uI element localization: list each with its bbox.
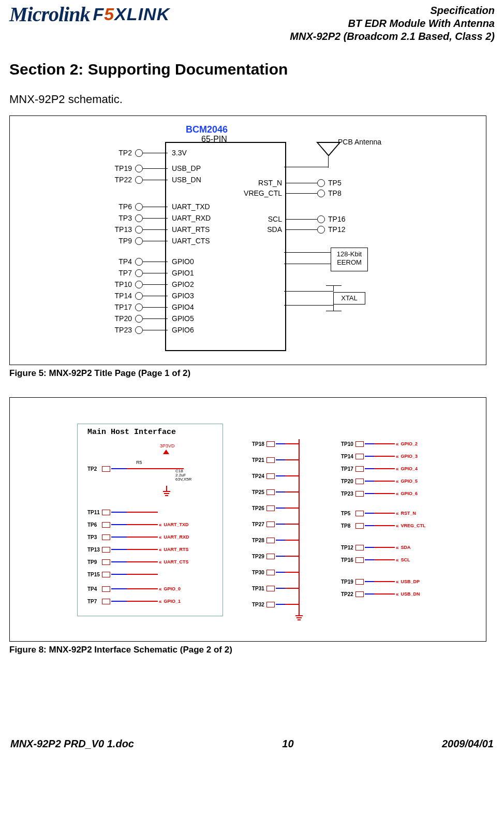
pin-name: UART_TXD xyxy=(172,202,210,211)
arrow-icon: « xyxy=(396,579,399,585)
tp-label: TP9 xyxy=(87,559,102,565)
pad-icon xyxy=(355,557,364,563)
logo-foxlink-f: F xyxy=(93,4,104,24)
tp-label: TP21 xyxy=(252,457,266,463)
bluewire xyxy=(365,456,374,457)
pin-name: UART_CTS xyxy=(172,237,210,245)
tp-label: TP3 xyxy=(87,534,102,540)
signal-label: UART_CTS xyxy=(164,559,189,564)
signal-label: RST_N xyxy=(401,511,417,516)
pad-icon xyxy=(102,572,110,577)
pin-wire xyxy=(143,207,168,207)
left-pin-row: TP10 GPIO2 xyxy=(108,280,194,289)
xtal-box: XTAL xyxy=(333,292,365,305)
left-pin-row: TP14 GPIO3 xyxy=(108,291,194,300)
tp-row: TP13 «UART_RTS xyxy=(87,545,189,554)
pad-icon xyxy=(355,545,364,550)
tp-row: TP32 xyxy=(252,600,300,609)
pad-icon xyxy=(266,602,275,607)
tp-row: TP17 « GPIO_4 xyxy=(341,464,418,473)
figure-2-box: Main Host Interface 3P3VD R5 C18 2.2uF 6… xyxy=(9,397,486,642)
bluewire xyxy=(111,549,127,550)
eerom-wire1 xyxy=(284,252,331,253)
arrow-icon: « xyxy=(396,491,399,497)
left-pin-row: TP17 GPIO4 xyxy=(108,302,194,312)
pin-wire xyxy=(143,273,168,273)
tp-circle-icon xyxy=(317,215,325,223)
pad-icon xyxy=(102,547,110,553)
pad-icon xyxy=(102,466,110,472)
tp-label: TP5 xyxy=(328,179,342,187)
tp-row: TP20 « GPIO_5 xyxy=(341,476,418,486)
arrow-icon: « xyxy=(396,523,399,529)
tp-row: TP6 «UART_TXD xyxy=(87,520,189,529)
bluewire xyxy=(365,481,374,482)
pad-icon xyxy=(102,586,110,592)
eerom-box: 128-Kbit EEROM xyxy=(331,248,368,271)
logo-foxlink-xlink: XLINK xyxy=(114,4,170,24)
pad-icon xyxy=(355,579,364,585)
bluewire xyxy=(276,556,285,557)
pin-name: UART_RXD xyxy=(172,214,211,222)
arrow-icon: « xyxy=(396,479,399,484)
signal-label: GPIO_0 xyxy=(164,586,181,591)
tp-row: TP15 xyxy=(87,570,158,579)
arrow-icon: « xyxy=(396,557,399,563)
tp-label: TP16 xyxy=(341,557,355,563)
redwire xyxy=(285,508,300,509)
tp-row: TP9 «UART_CTS xyxy=(87,557,189,567)
tp-label: TP12 xyxy=(341,545,355,550)
tp-label: TP23 xyxy=(108,326,132,334)
redwire xyxy=(285,459,300,460)
tp-row: TP7 «GPIO_1 xyxy=(87,597,181,606)
xtal-cap2 xyxy=(326,311,342,311)
redwire xyxy=(285,443,300,444)
antenna-icon xyxy=(316,142,341,156)
vlabel: 3P3VD xyxy=(160,443,175,448)
signal-label: GPIO_1 xyxy=(164,599,181,604)
tp-label: TP22 xyxy=(341,591,355,597)
pad-icon xyxy=(266,570,275,575)
tp-label: TP20 xyxy=(341,479,355,484)
hdr-line2: BT EDR Module With Antenna xyxy=(290,17,495,30)
arrow-icon: « xyxy=(159,547,162,553)
redwire xyxy=(374,581,395,582)
tp-circle-icon xyxy=(135,176,143,184)
tp-row: TP31 xyxy=(252,584,300,593)
tp-circle-icon xyxy=(135,315,143,323)
arrow-icon: « xyxy=(396,545,399,550)
pin-wire xyxy=(143,284,168,285)
redwire xyxy=(127,537,158,538)
redwire xyxy=(127,524,158,525)
arrow-icon: « xyxy=(159,586,162,592)
tp-label: TP32 xyxy=(252,602,266,607)
left-pin-row: TP9 UART_CTS xyxy=(108,236,210,245)
tp-label: TP30 xyxy=(252,570,266,575)
pin-name: UART_RTS xyxy=(172,225,210,234)
xtal-wire1 xyxy=(284,291,333,292)
pad-icon xyxy=(355,511,364,516)
bluewire xyxy=(365,547,374,548)
pin-name: SDA xyxy=(238,225,282,234)
redwire xyxy=(285,540,300,541)
tp-circle-icon xyxy=(135,214,143,222)
pin-wire xyxy=(143,262,168,262)
tp-label: TP11 xyxy=(87,510,102,515)
left-pin-row: TP3 UART_RXD xyxy=(108,213,211,223)
pad-icon xyxy=(355,491,364,497)
tp-row: TP18 xyxy=(252,439,300,448)
tp-circle-icon xyxy=(317,179,325,187)
redwire xyxy=(374,513,395,514)
left-pin-row: TP13 UART_RTS xyxy=(108,225,210,234)
tp-row: TP21 xyxy=(252,455,300,465)
tp-label: TP17 xyxy=(341,466,355,472)
pin-name: GPIO6 xyxy=(172,326,194,334)
tp-circle-icon xyxy=(135,237,143,245)
tp-row: TP10 « GPIO_2 xyxy=(341,439,418,448)
tp-label: TP18 xyxy=(252,441,266,447)
signal-label: GPIO_3 xyxy=(401,454,418,459)
redwire xyxy=(374,468,395,469)
tp-row: TP27 xyxy=(252,519,300,529)
arrow-icon: « xyxy=(396,454,399,459)
logo-block: Microlink F5XLINK xyxy=(9,2,170,26)
